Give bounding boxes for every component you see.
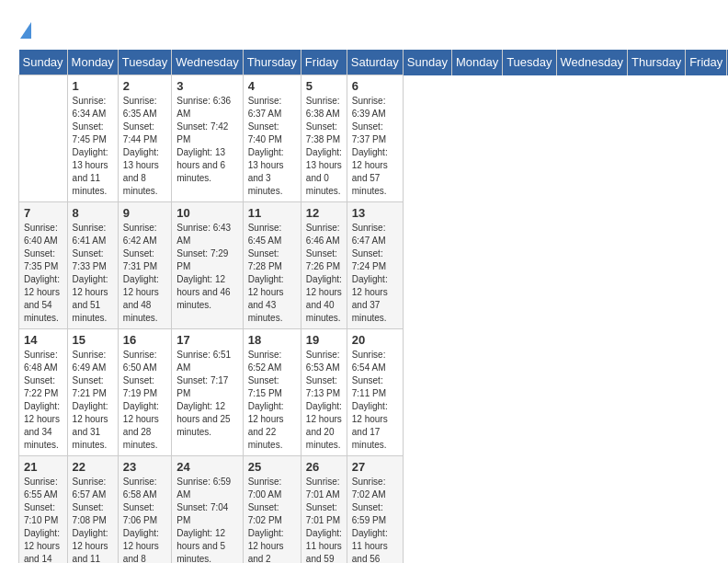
- calendar-table: SundayMondayTuesdayWednesdayThursdayFrid…: [18, 50, 728, 563]
- weekday-header-friday: Friday: [686, 50, 727, 75]
- day-info: Sunrise: 6:40 AM Sunset: 7:35 PM Dayligh…: [24, 222, 63, 325]
- day-number: 18: [248, 333, 296, 347]
- calendar-cell: 6 Sunrise: 6:39 AM Sunset: 7:37 PM Dayli…: [347, 75, 403, 202]
- page-header: [18, 18, 710, 40]
- day-info: Sunrise: 6:58 AM Sunset: 7:06 PM Dayligh…: [123, 476, 166, 563]
- day-number: 2: [123, 79, 166, 93]
- sunrise: Sunrise: 6:36 AM: [176, 95, 237, 121]
- day-number: 21: [24, 460, 63, 474]
- sunrise: Sunrise: 7:02 AM: [352, 476, 398, 501]
- day-info: Sunrise: 6:39 AM Sunset: 7:37 PM Dayligh…: [352, 95, 398, 198]
- calendar-cell: 13 Sunrise: 6:47 AM Sunset: 7:24 PM Dayl…: [347, 202, 403, 329]
- day-number: 25: [248, 460, 296, 474]
- calendar-cell: 25 Sunrise: 7:00 AM Sunset: 7:02 PM Dayl…: [243, 456, 301, 563]
- sunset: Sunset: 7:26 PM: [306, 247, 342, 273]
- calendar-cell: 14 Sunrise: 6:48 AM Sunset: 7:22 PM Dayl…: [19, 329, 68, 456]
- day-info: Sunrise: 6:47 AM Sunset: 7:24 PM Dayligh…: [352, 222, 398, 325]
- day-number: 6: [352, 79, 398, 93]
- sunset: Sunset: 7:22 PM: [24, 374, 63, 400]
- sunset: Sunset: 7:24 PM: [352, 247, 398, 273]
- weekday-header-saturday: Saturday: [347, 50, 403, 75]
- calendar-cell: 7 Sunrise: 6:40 AM Sunset: 7:35 PM Dayli…: [19, 202, 68, 329]
- daylight: Daylight: 13 hours and 0 minutes.: [306, 146, 342, 198]
- day-number: 11: [248, 206, 296, 220]
- sunset: Sunset: 7:13 PM: [306, 374, 342, 400]
- sunset: Sunset: 7:33 PM: [73, 247, 113, 273]
- calendar-cell: 26 Sunrise: 7:01 AM Sunset: 7:01 PM Dayl…: [301, 456, 347, 563]
- daylight: Daylight: 12 hours and 28 minutes.: [123, 400, 166, 452]
- daylight: Daylight: 12 hours and 57 minutes.: [352, 146, 398, 198]
- sunset: Sunset: 7:28 PM: [248, 247, 296, 273]
- day-info: Sunrise: 6:43 AM Sunset: 7:29 PM Dayligh…: [176, 222, 237, 312]
- sunset: Sunset: 7:21 PM: [73, 374, 113, 400]
- day-number: 10: [176, 206, 237, 220]
- sunrise: Sunrise: 6:57 AM: [73, 476, 113, 501]
- daylight: Daylight: 12 hours and 43 minutes.: [248, 273, 296, 325]
- day-info: Sunrise: 6:38 AM Sunset: 7:38 PM Dayligh…: [306, 95, 342, 198]
- calendar-cell: 22 Sunrise: 6:57 AM Sunset: 7:08 PM Dayl…: [67, 456, 118, 563]
- daylight: Daylight: 12 hours and 25 minutes.: [176, 400, 237, 439]
- day-number: 9: [123, 206, 166, 220]
- sunset: Sunset: 7:38 PM: [306, 121, 342, 146]
- weekday-header-friday: Friday: [301, 50, 347, 75]
- daylight: Daylight: 11 hours and 59 minutes.: [306, 527, 342, 563]
- day-info: Sunrise: 6:35 AM Sunset: 7:44 PM Dayligh…: [123, 95, 166, 198]
- sunset: Sunset: 7:04 PM: [176, 501, 237, 527]
- calendar-cell: 17 Sunrise: 6:51 AM Sunset: 7:17 PM Dayl…: [172, 329, 243, 456]
- calendar-cell: 11 Sunrise: 6:45 AM Sunset: 7:28 PM Dayl…: [243, 202, 301, 329]
- calendar-cell: 27 Sunrise: 7:02 AM Sunset: 6:59 PM Dayl…: [347, 456, 403, 563]
- daylight: Daylight: 12 hours and 22 minutes.: [248, 400, 296, 452]
- weekday-header-tuesday: Tuesday: [503, 50, 556, 75]
- day-number: 3: [176, 79, 237, 93]
- sunrise: Sunrise: 6:35 AM: [123, 95, 166, 121]
- calendar-cell: 2 Sunrise: 6:35 AM Sunset: 7:44 PM Dayli…: [118, 75, 171, 202]
- daylight: Daylight: 12 hours and 14 minutes.: [24, 527, 63, 563]
- daylight: Daylight: 12 hours and 8 minutes.: [123, 527, 166, 563]
- day-number: 27: [352, 460, 398, 474]
- sunset: Sunset: 7:42 PM: [176, 121, 237, 146]
- sunrise: Sunrise: 6:43 AM: [176, 222, 237, 247]
- weekday-header-sunday: Sunday: [19, 50, 68, 75]
- weekday-header-tuesday: Tuesday: [118, 50, 171, 75]
- sunset: Sunset: 7:08 PM: [73, 501, 113, 527]
- day-info: Sunrise: 6:37 AM Sunset: 7:40 PM Dayligh…: [248, 95, 296, 198]
- calendar-cell: [19, 75, 68, 202]
- sunset: Sunset: 7:40 PM: [248, 121, 296, 146]
- calendar-cell: 24 Sunrise: 6:59 AM Sunset: 7:04 PM Dayl…: [172, 456, 243, 563]
- calendar-cell: 4 Sunrise: 6:37 AM Sunset: 7:40 PM Dayli…: [243, 75, 301, 202]
- sunrise: Sunrise: 6:48 AM: [24, 349, 63, 374]
- sunrise: Sunrise: 6:38 AM: [306, 95, 342, 121]
- daylight: Daylight: 11 hours and 56 minutes.: [352, 527, 398, 563]
- sunset: Sunset: 7:35 PM: [24, 247, 63, 273]
- sunset: Sunset: 7:11 PM: [352, 374, 398, 400]
- sunrise: Sunrise: 6:51 AM: [176, 349, 237, 374]
- daylight: Daylight: 12 hours and 11 minutes.: [73, 527, 113, 563]
- sunset: Sunset: 7:45 PM: [73, 121, 113, 146]
- calendar-cell: 1 Sunrise: 6:34 AM Sunset: 7:45 PM Dayli…: [67, 75, 118, 202]
- sunset: Sunset: 7:02 PM: [248, 501, 296, 527]
- calendar-header-row: SundayMondayTuesdayWednesdayThursdayFrid…: [19, 50, 729, 75]
- calendar-cell: 10 Sunrise: 6:43 AM Sunset: 7:29 PM Dayl…: [172, 202, 243, 329]
- sunrise: Sunrise: 6:55 AM: [24, 476, 63, 501]
- daylight: Daylight: 12 hours and 20 minutes.: [306, 400, 342, 452]
- sunset: Sunset: 6:59 PM: [352, 501, 398, 527]
- calendar-cell: 16 Sunrise: 6:50 AM Sunset: 7:19 PM Dayl…: [118, 329, 171, 456]
- day-info: Sunrise: 6:57 AM Sunset: 7:08 PM Dayligh…: [73, 476, 113, 563]
- day-number: 8: [73, 206, 113, 220]
- calendar-week-row: 1 Sunrise: 6:34 AM Sunset: 7:45 PM Dayli…: [19, 75, 729, 202]
- sunset: Sunset: 7:19 PM: [123, 374, 166, 400]
- day-number: 14: [24, 333, 63, 347]
- day-info: Sunrise: 7:02 AM Sunset: 6:59 PM Dayligh…: [352, 476, 398, 563]
- day-info: Sunrise: 6:48 AM Sunset: 7:22 PM Dayligh…: [24, 349, 63, 452]
- logo-text: [18, 18, 31, 40]
- calendar-cell: 21 Sunrise: 6:55 AM Sunset: 7:10 PM Dayl…: [19, 456, 68, 563]
- calendar-cell: 5 Sunrise: 6:38 AM Sunset: 7:38 PM Dayli…: [301, 75, 347, 202]
- calendar-cell: 15 Sunrise: 6:49 AM Sunset: 7:21 PM Dayl…: [67, 329, 118, 456]
- day-number: 4: [248, 79, 296, 93]
- daylight: Daylight: 13 hours and 8 minutes.: [123, 146, 166, 198]
- weekday-header-thursday: Thursday: [627, 50, 685, 75]
- sunrise: Sunrise: 6:40 AM: [24, 222, 63, 247]
- sunrise: Sunrise: 6:37 AM: [248, 95, 296, 121]
- sunset: Sunset: 7:01 PM: [306, 501, 342, 527]
- calendar-cell: 23 Sunrise: 6:58 AM Sunset: 7:06 PM Dayl…: [118, 456, 171, 563]
